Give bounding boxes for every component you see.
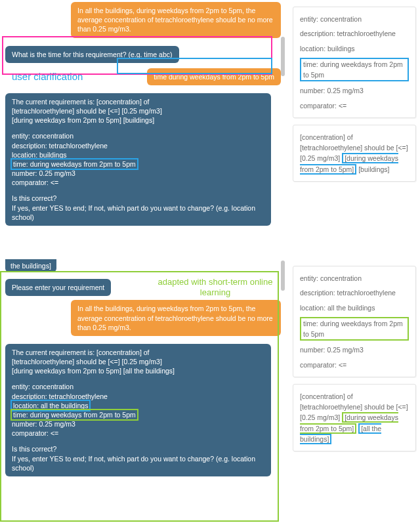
kv-line: description: tetrachloroethylene (12, 141, 264, 150)
kv-desc: description: tetrachloroethylene (300, 28, 409, 39)
bottom-chat-pane: the buildings] Please enter your require… (0, 259, 284, 478)
ask-line: Is this correct? (12, 194, 264, 203)
conf-line: [tetrachloroethylene] should be [<=] [0.… (12, 106, 264, 116)
kv-cmp: comparator: <= (300, 360, 409, 370)
kv-desc: description: tetrachloroethylene (300, 287, 409, 298)
bottom-side-pane: entity: concentration description: tetra… (284, 259, 420, 478)
kv-time-hl: time: during weekdays from 2pm to 5pm (300, 58, 409, 82)
kv-time-hl: time: during weekdays from 2pm to 5pm (300, 317, 409, 341)
kv-entity: entity: concentration (300, 14, 409, 24)
top-kv-card: entity: concentration description: tetra… (293, 7, 416, 118)
kv-line: entity: concentration (12, 131, 264, 140)
kv-line: comparator: <= (12, 178, 264, 187)
blue-frame-reply (117, 58, 272, 74)
top-chat-pane: In all the buildings, during weekdays fr… (0, 0, 284, 228)
kv-loc: location: all the buildings (300, 303, 409, 313)
kv-line: location: buildings (12, 150, 264, 159)
bottom-kv-card: entity: concentration description: tetra… (293, 266, 416, 377)
requirement-bubble: In all the buildings, during weekdays fr… (71, 2, 281, 38)
kv-num: number: 0.25 mg/m3 (300, 345, 409, 355)
kv-line: number: 0.25 mg/m3 (12, 169, 264, 178)
conf-line: [during weekdays from 2pm to 5pm] [build… (12, 116, 264, 125)
confirmation-bubble: The current requirement is: [concentrati… (5, 93, 271, 226)
kv-time-hl: time: during weekdays from 2pm to 5pm (12, 159, 137, 169)
ask-line: If yes, enter YES to end; If not, which … (12, 203, 264, 222)
kv-cmp: comparator: <= (300, 100, 409, 111)
green-outer-frame (0, 271, 279, 522)
sent-c: [buildings] (358, 165, 389, 173)
top-sentence-card: [concentration] of [tetrachloroethylene]… (293, 125, 416, 182)
kv-loc: location: buildings (300, 43, 409, 54)
conf-line: The current requirement is: [concentrati… (12, 97, 264, 106)
kv-num: number: 0.25 mg/m3 (300, 85, 409, 96)
bottom-sentence-card: [concentration] of [tetrachloroethylene]… (293, 384, 416, 452)
top-side-pane: entity: concentration description: tetra… (284, 0, 420, 228)
kv-entity: entity: concentration (300, 273, 409, 284)
